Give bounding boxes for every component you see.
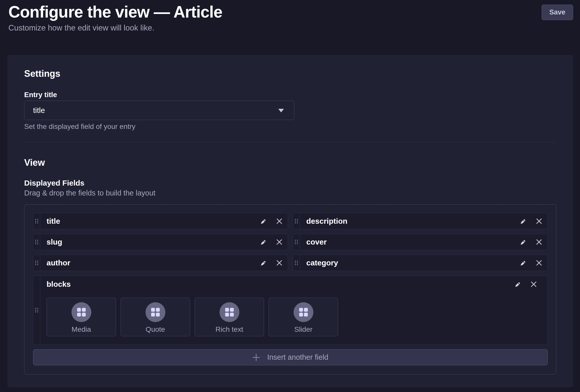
edit-field-button[interactable] <box>519 259 527 266</box>
settings-heading: Settings <box>24 55 556 79</box>
grid-icon <box>225 308 234 316</box>
page-title: Configure the view — Article <box>8 3 573 21</box>
component-tile-label: Quote <box>146 325 165 334</box>
component-tile-label: Slider <box>294 325 313 334</box>
pencil-icon <box>519 259 527 266</box>
entry-title-label: Entry title <box>24 91 556 99</box>
drag-handle-icon <box>295 219 298 224</box>
drag-handle-icon <box>35 260 38 265</box>
component-circle <box>220 302 239 322</box>
view-heading: View <box>24 157 556 168</box>
field-card-blocks[interactable]: blocks Media <box>33 276 548 345</box>
cross-icon <box>276 218 282 224</box>
insert-field-label: Insert another field <box>267 353 328 361</box>
blocks-content: blocks Media <box>40 276 547 344</box>
field-card-author[interactable]: author <box>33 255 288 271</box>
displayed-fields-title: Displayed Fields <box>24 178 556 188</box>
entry-title-hint: Set the displayed field of your entry <box>24 122 556 131</box>
cross-icon <box>276 239 282 245</box>
entry-title-select-value: title <box>33 106 45 115</box>
delete-field-button[interactable] <box>536 260 542 266</box>
component-tiles: Media Quote Rich text <box>47 298 547 336</box>
cross-icon <box>536 260 542 266</box>
configuration-card: Settings Entry title title Set the displ… <box>7 55 573 387</box>
field-card-label: cover <box>306 238 519 246</box>
component-tile-label: Rich text <box>215 325 243 334</box>
drag-handle[interactable] <box>293 234 300 250</box>
edit-field-button[interactable] <box>519 218 527 225</box>
component-circle <box>294 302 313 322</box>
component-tile-media[interactable]: Media <box>47 298 116 336</box>
drag-handle-icon <box>295 260 298 265</box>
delete-field-button[interactable] <box>276 239 282 245</box>
fields-grid: title description <box>33 213 548 271</box>
delete-field-button[interactable] <box>531 281 537 287</box>
field-card-cover[interactable]: cover <box>293 234 548 250</box>
cross-icon <box>531 281 537 287</box>
plus-icon <box>252 354 260 361</box>
drag-handle[interactable] <box>33 234 40 250</box>
component-circle <box>146 302 165 322</box>
save-button[interactable]: Save <box>542 5 573 20</box>
blocks-label: blocks <box>47 280 514 289</box>
fields-dropzone: title description <box>24 204 556 374</box>
field-card-label: description <box>306 217 519 225</box>
drag-handle[interactable] <box>33 213 40 229</box>
insert-field-button[interactable]: Insert another field <box>33 349 548 365</box>
component-tile-rich-text[interactable]: Rich text <box>195 298 264 336</box>
field-card-label: category <box>306 259 519 267</box>
pencil-icon <box>260 259 267 266</box>
pencil-icon <box>519 238 527 246</box>
component-circle <box>71 302 91 322</box>
drag-handle-icon <box>35 219 38 224</box>
pencil-icon <box>519 218 527 225</box>
delete-field-button[interactable] <box>536 218 542 224</box>
field-card-title[interactable]: title <box>33 213 288 229</box>
field-card-description[interactable]: description <box>293 213 548 229</box>
component-tile-quote[interactable]: Quote <box>121 298 190 336</box>
delete-field-button[interactable] <box>536 239 542 245</box>
drag-handle[interactable] <box>293 213 300 229</box>
drag-handle-icon <box>35 239 38 245</box>
page-header: Configure the view — Article Customize h… <box>8 3 573 33</box>
edit-field-button[interactable] <box>514 281 521 288</box>
cross-icon <box>536 218 542 224</box>
field-card-label: slug <box>47 238 260 246</box>
blocks-header: blocks <box>47 280 542 289</box>
edit-field-button[interactable] <box>260 238 267 246</box>
page-subtitle: Customize how the edit view will look li… <box>8 23 573 33</box>
field-card-slug[interactable]: slug <box>33 234 288 250</box>
grid-icon <box>77 308 86 316</box>
delete-field-button[interactable] <box>276 218 282 224</box>
edit-field-button[interactable] <box>519 238 527 246</box>
drag-handle[interactable] <box>293 255 300 271</box>
grid-icon <box>151 308 160 316</box>
component-tile-slider[interactable]: Slider <box>269 298 338 336</box>
edit-field-button[interactable] <box>260 218 267 225</box>
component-tile-label: Media <box>71 325 91 334</box>
chevron-down-icon <box>278 109 284 112</box>
drag-handle[interactable] <box>33 276 40 344</box>
pencil-icon <box>514 281 521 288</box>
cross-icon <box>536 239 542 245</box>
cross-icon <box>276 260 282 266</box>
drag-handle[interactable] <box>33 255 40 271</box>
drag-handle-icon <box>35 308 38 313</box>
drag-handle-icon <box>295 239 298 245</box>
pencil-icon <box>260 238 267 246</box>
pencil-icon <box>260 218 267 225</box>
field-card-label: author <box>47 259 260 267</box>
section-divider <box>24 142 556 142</box>
field-card-category[interactable]: category <box>293 255 548 271</box>
grid-icon <box>299 308 308 316</box>
delete-field-button[interactable] <box>276 260 282 266</box>
edit-field-button[interactable] <box>260 259 267 266</box>
entry-title-select[interactable]: title <box>24 101 294 120</box>
field-card-label: title <box>47 217 260 225</box>
displayed-fields-hint: Drag & drop the fields to build the layo… <box>24 189 556 197</box>
